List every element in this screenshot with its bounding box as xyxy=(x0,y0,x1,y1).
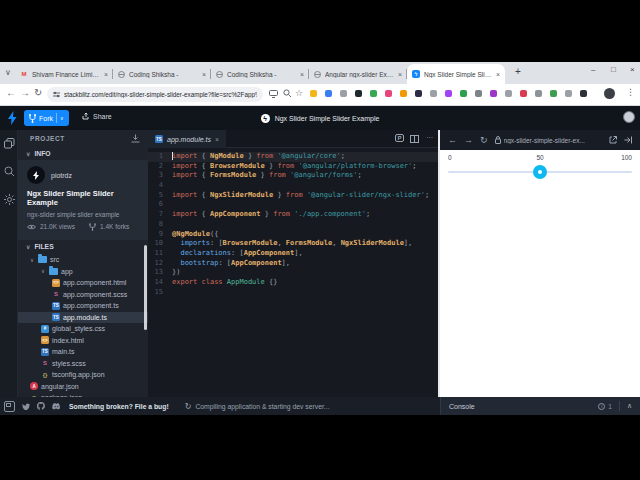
code-line[interactable]: 7import { AppComponent } from './app.com… xyxy=(148,210,440,220)
browser-menu-icon[interactable]: ⋮ xyxy=(626,87,635,97)
code-line[interactable]: 8 xyxy=(148,220,440,230)
reload-icon[interactable]: ↻ xyxy=(34,87,42,98)
window-maximize-button[interactable]: □ xyxy=(611,65,616,74)
file-tree-item-index-html[interactable]: <>index.html xyxy=(18,335,148,347)
extension-icon[interactable] xyxy=(550,90,557,97)
twitter-icon[interactable] xyxy=(22,403,30,410)
tab-close-icon[interactable]: × xyxy=(398,71,402,78)
search-panel-icon[interactable] xyxy=(4,166,15,177)
toggle-panel-icon[interactable] xyxy=(624,136,632,144)
forward-icon[interactable]: → xyxy=(20,87,30,98)
editor-tab-app-module[interactable]: TS app.module.ts × xyxy=(148,130,226,148)
owner-avatar[interactable] xyxy=(27,166,45,184)
more-actions-icon[interactable]: ⋯ xyxy=(426,134,433,142)
code-line[interactable]: 14export class AppModule {} xyxy=(148,278,440,288)
extension-icon[interactable] xyxy=(340,90,347,97)
code-content[interactable]: 1import { NgModule } from '@angular/core… xyxy=(148,152,440,297)
discord-icon[interactable] xyxy=(52,403,61,410)
preview-forward-icon[interactable]: → xyxy=(464,135,473,145)
new-tab-button[interactable]: + xyxy=(515,67,521,77)
send-to-device-icon[interactable] xyxy=(269,90,278,98)
preview-reload-icon[interactable]: ↻ xyxy=(480,135,488,145)
extension-icon[interactable] xyxy=(490,90,497,97)
files-section-header[interactable]: ∨ FILES xyxy=(18,240,148,253)
browser-tab[interactable]: ϟNgx Slider Simple Slider Examp× xyxy=(407,64,505,84)
code-line[interactable]: 3import { FormsModule } from '@angular/f… xyxy=(148,171,440,181)
files-panel-icon[interactable] xyxy=(4,138,15,149)
prettier-icon[interactable]: P xyxy=(395,134,404,142)
extension-icon[interactable] xyxy=(580,90,587,97)
back-icon[interactable]: ← xyxy=(6,87,16,98)
tab-search-chevron-icon[interactable]: ∨ xyxy=(5,68,11,77)
extension-icon[interactable] xyxy=(355,90,362,97)
file-tree-item-app-component-ts[interactable]: TSapp.component.ts xyxy=(18,300,148,312)
window-minimize-button[interactable]: – xyxy=(591,65,595,74)
settings-gear-icon[interactable] xyxy=(4,194,15,205)
export-download-icon[interactable] xyxy=(131,134,140,143)
github-icon[interactable] xyxy=(37,402,45,410)
tab-close-icon[interactable]: × xyxy=(104,71,108,78)
file-tree-item-styles-scss[interactable]: Sstyles.scss xyxy=(18,358,148,370)
file-tree-item-global-styles-css[interactable]: #global_styles.css xyxy=(18,323,148,335)
code-line[interactable]: 13}) xyxy=(148,268,440,278)
code-line[interactable]: 9@NgModule({ xyxy=(148,230,440,240)
address-bar[interactable]: stackblitz.com/edit/ngx-slider-simple-sl… xyxy=(47,87,263,102)
extension-icon[interactable] xyxy=(400,90,407,97)
search-lens-icon[interactable] xyxy=(283,89,292,98)
user-avatar[interactable] xyxy=(623,111,635,123)
extension-icon[interactable] xyxy=(535,90,542,97)
code-line[interactable]: 6 xyxy=(148,200,440,210)
file-tree-item-app-component-html[interactable]: <>app.component.html xyxy=(18,277,148,289)
extension-icon[interactable] xyxy=(310,90,317,97)
tab-close-icon[interactable]: × xyxy=(496,71,500,78)
split-editor-icon[interactable] xyxy=(410,135,419,143)
preview-back-icon[interactable]: ← xyxy=(448,135,457,145)
code-line[interactable]: 15 xyxy=(148,288,440,298)
code-line[interactable]: 2import { BrowserModule } from '@angular… xyxy=(148,162,440,172)
file-tree-item-app[interactable]: ∨app xyxy=(18,266,148,278)
slider-handle[interactable] xyxy=(533,165,547,179)
bookmark-star-icon[interactable]: ☆ xyxy=(295,88,303,98)
file-tree-item-src[interactable]: ∨src xyxy=(18,254,148,266)
stackblitz-bolt-icon[interactable] xyxy=(8,111,17,125)
fork-chevron-icon[interactable]: ∨ xyxy=(60,115,64,121)
extension-icon[interactable] xyxy=(520,90,527,97)
extension-icon[interactable] xyxy=(415,90,422,97)
file-tree-item-app-component-scss[interactable]: Sapp.component.scss xyxy=(18,289,148,301)
url-text[interactable]: stackblitz.com/edit/ngx-slider-simple-sl… xyxy=(64,91,257,98)
folder-chevron-icon[interactable]: ∨ xyxy=(30,257,35,263)
browser-tab[interactable]: Angular ngx-slider Example 5)× xyxy=(309,64,407,84)
extension-icon[interactable] xyxy=(385,90,392,97)
code-line[interactable]: 1import { NgModule } from '@angular/core… xyxy=(148,152,440,162)
code-line[interactable]: 10 imports: [BrowserModule, FormsModule,… xyxy=(148,239,440,249)
code-line[interactable]: 5import { NgxSliderModule } from '@angul… xyxy=(148,191,440,201)
console-bar[interactable]: Console i 1 ∧ xyxy=(440,397,640,415)
extension-icon[interactable] xyxy=(565,90,572,97)
tab-close-icon[interactable]: × xyxy=(300,71,304,78)
fork-button[interactable]: Fork ∨ xyxy=(24,110,69,126)
info-section-header[interactable]: ∨ INFO xyxy=(18,147,148,160)
console-info-badge[interactable]: i 1 xyxy=(598,403,612,410)
extension-icon[interactable] xyxy=(505,90,512,97)
owner-username[interactable]: piotrdz xyxy=(51,172,72,179)
browser-tab[interactable]: MShivam Finance Limited - Decl× xyxy=(15,64,113,84)
code-line[interactable]: 4 xyxy=(148,181,440,191)
extension-icon[interactable] xyxy=(445,90,452,97)
browser-tab[interactable]: Coding Shiksha -× xyxy=(211,64,309,84)
site-settings-icon[interactable] xyxy=(53,91,60,98)
file-tree-item-tsconfig-app-json[interactable]: {}tsconfig.app.json xyxy=(18,369,148,381)
extension-icon[interactable] xyxy=(430,90,437,97)
console-expand-icon[interactable]: ∧ xyxy=(627,402,632,410)
file-tree-scrollbar[interactable] xyxy=(144,245,147,330)
folder-chevron-icon[interactable]: ∨ xyxy=(41,268,46,274)
browser-profile-avatar[interactable] xyxy=(604,88,615,99)
extension-icon[interactable] xyxy=(460,90,467,97)
file-a-bug-link[interactable]: Something broken? File a bug! xyxy=(69,403,169,410)
share-button[interactable]: Share xyxy=(82,112,112,120)
code-line[interactable]: 12 bootstrap: [AppComponent], xyxy=(148,259,440,269)
editor-tab-close-icon[interactable]: × xyxy=(215,136,219,143)
file-tree-item-angular-json[interactable]: Aangular.json xyxy=(18,381,148,393)
tab-close-icon[interactable]: × xyxy=(202,71,206,78)
open-in-new-icon[interactable] xyxy=(609,136,617,144)
preview-address[interactable]: ngx-slider-simple-slider-ex... xyxy=(495,136,602,144)
